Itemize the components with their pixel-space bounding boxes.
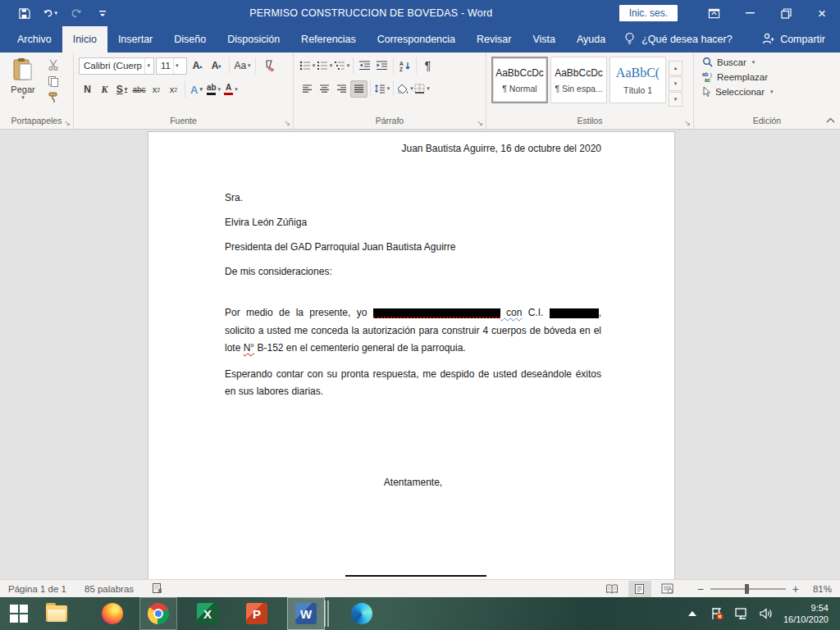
styles-scroll-down-icon[interactable]: ▾ [669, 76, 682, 91]
taskbar-powerpoint[interactable]: P [238, 597, 276, 630]
align-right-icon[interactable] [333, 80, 350, 98]
increase-indent-icon[interactable] [373, 57, 390, 75]
zoom-in-button[interactable]: + [792, 583, 799, 595]
decrease-indent-icon[interactable] [356, 57, 373, 75]
superscript-button[interactable]: x2 [165, 81, 182, 98]
document-page[interactable]: Juan Bautista Aguirre, 16 de octubre del… [148, 131, 675, 579]
start-button[interactable] [0, 597, 38, 630]
taskbar-firefox[interactable] [94, 597, 131, 630]
show-hidden-icons-chevron[interactable] [685, 606, 700, 621]
font-size-combo[interactable]: 11▾ [156, 57, 187, 75]
collapse-ribbon-icon[interactable] [826, 112, 835, 126]
highlight-color-button[interactable]: ab [205, 81, 222, 98]
word-window: ▾ PERMISO CONSTRUCCION DE BOVEDAS - Word… [0, 0, 840, 630]
group-styles: AaBbCcDc ¶ Normal AaBbCcDc ¶ Sin espa...… [486, 52, 694, 129]
restore-button[interactable] [768, 0, 804, 26]
multilevel-list-button[interactable] [333, 57, 350, 75]
sort-button[interactable]: AZ [396, 57, 413, 75]
subscript-button[interactable]: x2 [148, 81, 165, 98]
borders-button[interactable] [413, 80, 431, 98]
change-case-button[interactable]: Aa [234, 57, 251, 75]
paste-button[interactable]: Pegar ▾ [5, 56, 41, 115]
tab-referencias[interactable]: Referencias [290, 26, 367, 52]
tab-diseno[interactable]: Diseño [163, 26, 217, 52]
minimize-button[interactable] [732, 0, 768, 26]
show-marks-button[interactable]: ¶ [419, 57, 436, 75]
italic-button[interactable]: K [96, 81, 113, 98]
tab-correspondencia[interactable]: Correspondencia [367, 26, 466, 52]
taskbar-file-explorer[interactable] [38, 597, 75, 630]
share-button[interactable]: Compartir [762, 26, 840, 52]
style-normal[interactable]: AaBbCcDc ¶ Normal [491, 57, 548, 103]
font-color-button[interactable]: A [222, 81, 240, 98]
style-sin-espaciado[interactable]: AaBbCcDc ¶ Sin espa... [550, 57, 607, 103]
align-center-icon[interactable] [316, 80, 333, 98]
sign-in-button[interactable]: Inic. ses. [619, 5, 678, 21]
underline-button[interactable]: S [113, 81, 130, 98]
undo-dropdown-icon[interactable]: ▾ [54, 10, 57, 16]
clipboard-dialog-launcher-icon[interactable]: ↘ [64, 120, 71, 127]
undo-icon[interactable]: ▾ [43, 6, 57, 21]
tab-inicio[interactable]: Inicio [62, 26, 107, 52]
zoom-percentage[interactable]: 81% [806, 584, 832, 594]
styles-dialog-launcher-icon[interactable]: ↘ [684, 120, 691, 127]
strikethrough-button[interactable]: abc [130, 81, 148, 98]
style-titulo-1[interactable]: AaBbC( Título 1 [609, 57, 666, 103]
zoom-slider-thumb[interactable] [745, 584, 749, 594]
font-name-combo[interactable]: Calibri (Cuerpo▾ [79, 57, 154, 75]
paragraph-dialog-launcher-icon[interactable]: ↘ [477, 120, 483, 127]
word-count-status[interactable]: 85 palabras [84, 584, 134, 594]
grow-font-button[interactable]: A▴ [189, 57, 206, 75]
paste-dropdown-icon[interactable]: ▾ [21, 94, 25, 101]
shrink-font-button[interactable]: A▾ [208, 57, 225, 75]
font-dialog-launcher-icon[interactable]: ↘ [284, 120, 290, 127]
format-painter-icon[interactable] [44, 90, 62, 105]
tab-revisar[interactable]: Revisar [466, 26, 522, 52]
font-name-dropdown-icon[interactable]: ▾ [144, 58, 152, 74]
action-center-flag-icon[interactable] [710, 606, 724, 621]
close-button[interactable]: × [804, 0, 840, 26]
proofing-errors-icon[interactable] [152, 582, 163, 596]
font-size-dropdown-icon[interactable]: ▾ [173, 58, 180, 74]
print-layout-icon[interactable] [628, 581, 651, 597]
cut-icon[interactable] [44, 57, 62, 72]
line-spacing-button[interactable] [373, 80, 390, 98]
styles-gallery-more-icon[interactable]: ▾ [669, 92, 682, 107]
page-count-status[interactable]: Página 1 de 1 [8, 584, 66, 594]
volume-icon[interactable] [759, 606, 774, 621]
system-tray: 9:54 16/10/2020 [685, 602, 840, 625]
tell-me-box[interactable]: ¿Qué desea hacer? [616, 26, 741, 52]
taskbar-chrome[interactable] [139, 597, 177, 630]
shading-button[interactable] [396, 80, 413, 98]
find-button[interactable]: Buscar [699, 56, 835, 68]
network-icon[interactable] [734, 606, 749, 621]
taskbar-excel[interactable]: X [189, 597, 226, 630]
bold-button[interactable]: N [79, 81, 96, 98]
justify-icon[interactable] [350, 80, 368, 98]
tab-archivo[interactable]: Archivo [7, 26, 62, 52]
select-button[interactable]: Seleccionar [699, 85, 835, 98]
tab-insertar[interactable]: Insertar [107, 26, 163, 52]
excel-icon: X [197, 603, 218, 624]
bullets-button[interactable] [299, 57, 316, 75]
zoom-out-button[interactable]: − [697, 583, 704, 595]
tab-ayuda[interactable]: Ayuda [566, 26, 616, 52]
zoom-slider[interactable] [710, 588, 786, 590]
tab-disposicion[interactable]: Disposición [217, 26, 290, 52]
align-left-icon[interactable] [299, 80, 316, 98]
web-layout-icon[interactable] [656, 581, 679, 597]
taskbar-word[interactable]: W [287, 597, 325, 630]
read-mode-icon[interactable] [600, 581, 623, 597]
customize-qat-icon[interactable] [95, 6, 110, 21]
save-icon[interactable] [16, 6, 31, 21]
text-effects-button[interactable]: A [188, 81, 205, 98]
replace-button[interactable]: abac Reemplazar [699, 71, 835, 83]
taskbar-edge[interactable] [343, 597, 381, 630]
numbering-button[interactable] [316, 57, 333, 75]
ribbon-display-options-icon[interactable] [696, 0, 732, 26]
styles-scroll-up-icon[interactable]: ▴ [669, 61, 682, 75]
tab-vista[interactable]: Vista [522, 26, 566, 52]
taskbar-clock[interactable]: 9:54 16/10/2020 [783, 602, 829, 625]
copy-icon[interactable] [44, 74, 62, 89]
clear-formatting-icon[interactable] [260, 57, 277, 75]
